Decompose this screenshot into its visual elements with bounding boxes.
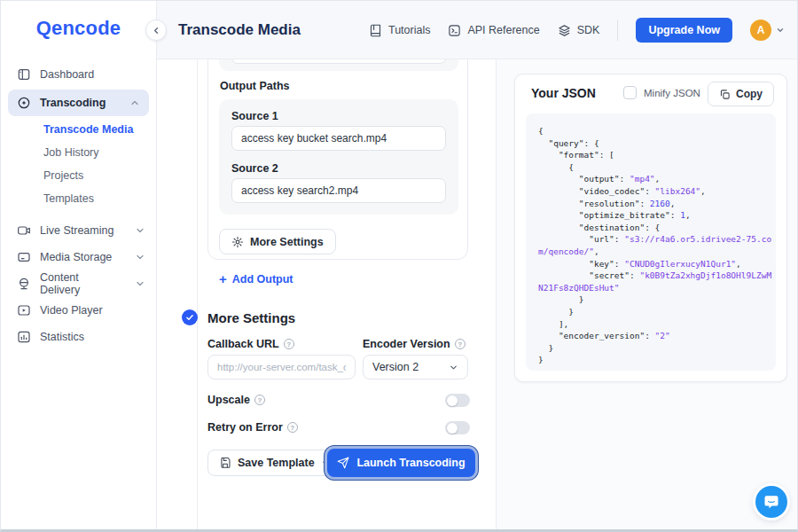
sidebar-item-live-streaming[interactable]: Live Streaming <box>1 217 156 244</box>
sidebar-item-label: Transcoding <box>40 97 106 109</box>
upscale-toggle[interactable] <box>445 394 470 407</box>
chevron-left-icon <box>152 26 161 35</box>
chevron-down-icon <box>776 26 785 35</box>
dashboard-icon <box>17 67 31 82</box>
output-paths-label: Output Paths <box>220 80 289 92</box>
bar-chart-icon <box>17 330 31 344</box>
app-window: Qencode Dashboard Transcoding Transcode … <box>0 0 798 532</box>
plus-icon: + <box>219 272 227 286</box>
sidebar-item-label: Content Delivery <box>40 271 115 296</box>
sidebar-subitem-transcode-media[interactable]: Transcode Media <box>1 118 156 141</box>
sidebar-subitem-projects[interactable]: Projects <box>1 164 156 187</box>
info-icon[interactable]: ? <box>284 339 294 349</box>
sidebar-subitem-templates[interactable]: Templates <box>1 187 156 210</box>
retry-on-error-toggle[interactable] <box>445 421 470 434</box>
avatar[interactable]: A <box>750 20 771 41</box>
api-reference-link[interactable]: API Reference <box>448 24 539 37</box>
sidebar-item-label: Live Streaming <box>40 224 113 237</box>
chevron-down-icon <box>133 225 147 236</box>
more-settings-heading: More Settings <box>207 310 295 325</box>
upscale-label: Upscale ? <box>207 394 265 406</box>
main-content: Output Paths Source 1 Source 2 More Sett… <box>157 59 797 529</box>
copy-button-label: Copy <box>736 88 763 100</box>
chevron-down-icon <box>449 363 458 372</box>
sdk-label: SDK <box>577 24 600 36</box>
callback-url-input[interactable] <box>207 355 356 379</box>
top-header: Transcode Media Tutorials API Reference … <box>157 1 797 59</box>
column-divider-left <box>197 59 198 529</box>
sidebar-nav: Dashboard Transcoding Transcode Media Jo… <box>1 61 156 350</box>
json-code: { "query": { "format": [ { "output": "mp… <box>526 113 776 371</box>
storage-drive-icon <box>17 250 31 264</box>
save-icon <box>219 457 231 469</box>
format-input-partial[interactable] <box>231 59 446 64</box>
sidebar-item-label: Media Storage <box>40 251 112 263</box>
sidebar-item-transcoding[interactable]: Transcoding <box>8 90 149 116</box>
more-settings-button-label: More Settings <box>250 236 324 248</box>
sidebar-item-statistics[interactable]: Statistics <box>1 324 156 350</box>
sidebar-item-label: Dashboard <box>40 68 94 81</box>
sidebar-item-label: Statistics <box>40 331 84 343</box>
callback-url-label: Callback URL ? <box>207 338 294 350</box>
tutorials-link[interactable]: Tutorials <box>369 24 430 37</box>
sidebar-item-video-player[interactable]: Video Player <box>1 297 156 324</box>
toggle-knob <box>447 395 458 406</box>
save-template-button[interactable]: Save Template <box>207 450 342 476</box>
header-actions: Tutorials API Reference SDK Upgrade Now … <box>369 1 785 59</box>
source-1-input[interactable] <box>231 126 446 151</box>
toggle-knob <box>447 423 458 434</box>
chat-bubble-icon <box>763 494 779 510</box>
qencode-logo: Qencode <box>1 17 156 40</box>
chat-widget-button[interactable] <box>755 486 787 518</box>
save-template-label: Save Template <box>238 457 315 469</box>
encoder-version-label-text: Encoder Version <box>363 338 450 350</box>
page-title: Transcode Media <box>178 21 301 39</box>
json-card: Your JSON Minify JSON Copy { "query": { … <box>514 74 787 382</box>
sidebar-item-dashboard[interactable]: Dashboard <box>1 61 156 88</box>
account-menu[interactable]: A <box>750 20 785 41</box>
output-format-panel <box>219 59 458 71</box>
info-icon[interactable]: ? <box>287 422 298 433</box>
upscale-label-text: Upscale <box>207 394 250 406</box>
info-icon[interactable]: ? <box>455 339 466 349</box>
sidebar-item-content-delivery[interactable]: Content Delivery <box>1 270 156 297</box>
check-icon <box>185 313 194 322</box>
gear-icon <box>231 236 244 248</box>
add-output-link[interactable]: + Add Output <box>219 272 293 286</box>
encoder-version-select[interactable]: Version 2 <box>363 355 468 379</box>
launch-transcoding-button[interactable]: Launch Transcoding <box>327 449 475 477</box>
sdk-link[interactable]: SDK <box>558 24 600 37</box>
play-icon <box>17 303 31 317</box>
source-2-input[interactable] <box>231 178 446 203</box>
launch-transcoding-label: Launch Transcoding <box>356 457 465 469</box>
encoder-version-value: Version 2 <box>372 361 419 373</box>
api-reference-label: API Reference <box>467 24 539 36</box>
retry-on-error-label: Retry on Error ? <box>207 421 298 434</box>
tutorials-label: Tutorials <box>388 24 430 36</box>
video-camera-icon <box>17 223 31 238</box>
chevron-down-icon <box>133 252 147 262</box>
sidebar-item-label: Video Player <box>40 304 103 317</box>
minify-json-label: Minify JSON <box>644 88 700 98</box>
source-1-label: Source 1 <box>231 110 278 122</box>
copy-button[interactable]: Copy <box>708 82 774 106</box>
chevron-up-icon <box>128 98 142 108</box>
upgrade-now-button[interactable]: Upgrade Now <box>636 18 732 43</box>
section-check-icon <box>182 309 198 325</box>
minify-json-checkbox[interactable] <box>623 86 637 99</box>
sources-panel: Source 1 Source 2 <box>219 99 458 215</box>
copy-icon <box>719 89 731 100</box>
terminal-icon <box>448 24 461 37</box>
book-icon <box>369 24 382 37</box>
chevron-down-icon <box>133 278 147 289</box>
more-settings-button[interactable]: More Settings <box>219 229 336 254</box>
output-card: Output Paths Source 1 Source 2 More Sett… <box>207 59 468 260</box>
sidebar-collapse-button[interactable] <box>145 20 167 41</box>
sidebar-item-media-storage[interactable]: Media Storage <box>1 244 156 270</box>
sidebar: Qencode Dashboard Transcoding Transcode … <box>1 1 157 529</box>
layers-icon <box>558 24 571 37</box>
sidebar-subitem-job-history[interactable]: Job History <box>1 141 156 164</box>
rocket-icon <box>337 457 349 469</box>
info-icon[interactable]: ? <box>254 395 265 405</box>
callback-url-label-text: Callback URL <box>207 338 279 350</box>
